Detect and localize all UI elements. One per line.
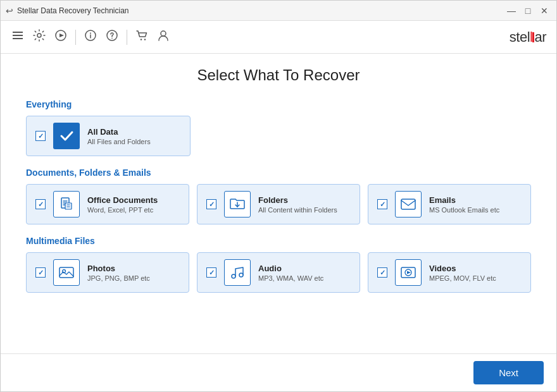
audio-checkbox[interactable] [206,267,216,278]
photos-title: Photos [87,264,150,273]
svg-marker-29 [407,271,411,274]
toolbar-separator-1 [75,30,76,45]
maximize-button[interactable]: □ [521,4,535,18]
office-docs-text: Office Documents Word, Excel, PPT etc [87,195,158,214]
svg-point-11 [141,39,142,40]
all-data-text: All Data All Files and Folders [87,127,151,145]
emails-title: Emails [429,195,499,205]
folders-subtitle: All Content within Folders [258,206,337,214]
svg-point-10 [111,38,113,39]
videos-checkbox[interactable] [377,267,387,278]
menu-icon[interactable] [11,28,25,46]
next-button[interactable]: Next [473,361,544,384]
close-button[interactable]: ✕ [537,4,551,18]
profile-icon[interactable] [156,28,170,46]
office-docs-subtitle: Word, Excel, PPT etc [87,206,158,214]
folders-text: Folders All Content within Folders [258,195,337,214]
section-multimedia-label: Multimedia Files [26,236,531,246]
svg-point-12 [144,39,146,40]
title-bar-controls: — □ ✕ [504,4,551,18]
folders-title: Folders [258,195,337,205]
emails-text: Emails MS Outlook Emails etc [429,195,499,214]
photos-subtitle: JPG, PNG, BMP etc [87,274,150,282]
card-emails[interactable]: Emails MS Outlook Emails etc [368,184,531,224]
videos-icon [395,259,422,286]
toolbar-separator-2 [127,30,127,45]
card-audio[interactable]: Audio MP3, WMA, WAV etc [197,252,360,293]
title-bar-left: ↩ Stellar Data Recovery Technician [6,6,129,16]
videos-text: Videos MPEG, MOV, FLV etc [429,264,496,282]
svg-point-26 [239,273,243,277]
card-folders[interactable]: Folders All Content within Folders [197,184,360,224]
videos-subtitle: MPEG, MOV, FLV etc [429,274,496,282]
section-everything: Everything All Data All Files and Folder… [26,99,531,156]
cart-icon[interactable] [135,28,149,46]
folders-icon [224,191,251,217]
main-content: Select What To Recover Everything All Da… [1,54,556,353]
svg-marker-5 [59,34,64,37]
play-icon[interactable] [54,28,68,46]
svg-rect-22 [401,199,415,209]
card-all-data[interactable]: All Data All Files and Folders [26,116,191,156]
section-multimedia: Multimedia Files Photos JPG, PNG, BMP et… [26,236,531,293]
back-icon: ↩ [6,6,13,16]
emails-subtitle: MS Outlook Emails etc [429,206,499,214]
help-icon[interactable] [105,28,119,46]
office-docs-checkbox[interactable] [35,199,46,209]
svg-point-25 [232,274,235,278]
audio-subtitle: MP3, WMA, WAV etc [258,274,323,282]
page-title: Select What To Recover [26,66,531,84]
photos-icon [53,259,80,286]
svg-point-8 [90,33,91,34]
office-docs-title: Office Documents [87,195,158,205]
minimize-button[interactable]: — [504,4,518,18]
svg-point-3 [37,34,41,37]
folders-checkbox[interactable] [206,199,216,209]
photos-checkbox[interactable] [35,267,46,278]
svg-rect-18 [65,203,72,209]
svg-point-13 [161,31,166,36]
bottom-bar: Next [1,353,556,391]
card-videos[interactable]: Videos MPEG, MOV, FLV etc [368,252,531,293]
section-documents-label: Documents, Folders & Emails [26,168,531,178]
videos-title: Videos [429,264,496,273]
title-bar: ↩ Stellar Data Recovery Technician — □ ✕ [1,1,556,21]
card-office-documents[interactable]: Office Documents Word, Excel, PPT etc [26,184,189,224]
audio-text: Audio MP3, WMA, WAV etc [258,264,323,282]
photos-text: Photos JPG, PNG, BMP etc [87,264,150,282]
all-data-checkbox[interactable] [35,131,46,141]
all-data-icon [53,123,80,149]
emails-icon [395,191,422,217]
toolbar: stellar [1,21,556,54]
toolbar-left [11,28,170,46]
title-bar-text: Stellar Data Recovery Technician [17,6,129,15]
office-docs-icon [53,191,80,217]
card-photos[interactable]: Photos JPG, PNG, BMP etc [26,252,189,293]
section-documents: Documents, Folders & Emails [26,168,531,224]
settings-icon[interactable] [32,28,46,46]
audio-icon [224,259,251,286]
svg-rect-23 [59,267,73,278]
all-data-subtitle: All Files and Folders [87,138,151,145]
all-data-title: All Data [87,127,151,137]
everything-cards-row: All Data All Files and Folders [26,116,531,156]
documents-cards-row: Office Documents Word, Excel, PPT etc Fo… [26,184,531,224]
section-everything-label: Everything [26,99,531,109]
audio-title: Audio [258,264,323,273]
multimedia-cards-row: Photos JPG, PNG, BMP etc Audio MP3, WMA,… [26,252,531,293]
toolbar-right: stellar [510,29,546,46]
emails-checkbox[interactable] [377,199,387,209]
stellar-logo: stellar [510,29,546,46]
info-icon[interactable] [84,28,97,46]
